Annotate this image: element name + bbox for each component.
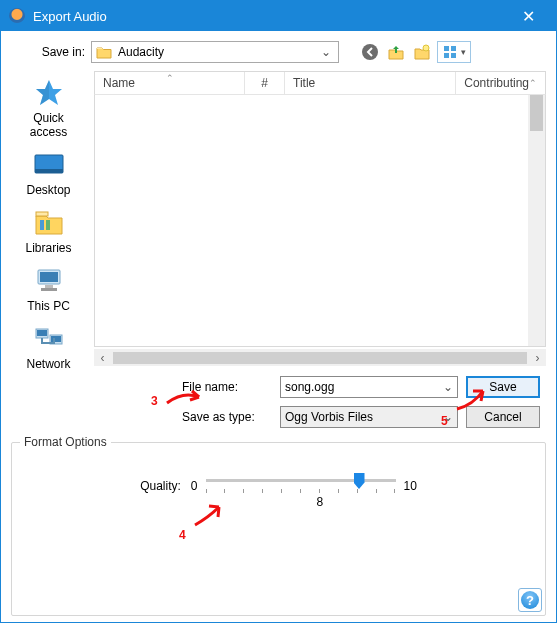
svg-rect-2 — [444, 46, 449, 51]
nav-buttons: ▾ — [359, 41, 471, 63]
window-title: Export Audio — [33, 9, 508, 24]
network-icon — [31, 323, 67, 355]
help-icon: ? — [521, 591, 539, 609]
quality-row: Quality: 0 8 10 — [22, 471, 535, 501]
star-icon — [31, 77, 67, 109]
chevron-down-icon: ⌄ — [443, 410, 453, 424]
save-in-value: Audacity — [118, 45, 164, 59]
svg-rect-5 — [451, 53, 456, 58]
svg-rect-7 — [35, 169, 63, 173]
app-icon — [9, 8, 25, 24]
slider-ticks — [206, 489, 396, 493]
cancel-button[interactable]: Cancel — [466, 406, 540, 428]
up-button[interactable] — [385, 41, 407, 63]
save-in-row: Save in: Audacity ⌄ ▾ — [33, 41, 546, 63]
svg-rect-12 — [40, 272, 58, 282]
scroll-track[interactable] — [113, 352, 527, 364]
place-label: Desktop — [26, 183, 70, 197]
places-bar: Quick access Desktop Libraries This PC N… — [11, 71, 86, 428]
save-as-type-label: Save as type: — [182, 410, 272, 424]
chevron-down-icon: ▾ — [461, 47, 466, 57]
save-button[interactable]: Save — [466, 376, 540, 398]
col-num[interactable]: # — [245, 72, 285, 94]
place-this-pc[interactable]: This PC — [13, 263, 85, 315]
svg-point-0 — [362, 44, 378, 60]
sort-caret-icon: ⌃ — [166, 73, 174, 83]
place-network[interactable]: Network — [13, 321, 85, 373]
help-button[interactable]: ? — [518, 588, 542, 612]
svg-rect-13 — [45, 285, 53, 288]
file-list[interactable] — [95, 95, 528, 346]
save-in-combo[interactable]: Audacity ⌄ — [91, 41, 339, 63]
vertical-scrollbar[interactable] — [528, 95, 545, 346]
place-label: Libraries — [25, 241, 71, 255]
dialog-content: Save in: Audacity ⌄ ▾ Quick access Deskt… — [1, 31, 556, 622]
format-options-legend: Format Options — [20, 435, 111, 449]
scroll-left-icon[interactable]: ‹ — [94, 351, 111, 365]
main-area: Quick access Desktop Libraries This PC N… — [11, 71, 546, 428]
quality-min: 0 — [191, 479, 198, 493]
file-list-area: Name⌃ # Title Contributing⌃ ‹ › File nam… — [94, 71, 546, 428]
svg-rect-9 — [40, 220, 44, 230]
svg-rect-18 — [51, 336, 61, 342]
quality-label: Quality: — [140, 479, 181, 493]
new-folder-button[interactable] — [411, 41, 433, 63]
sort-caret-icon: ⌃ — [529, 78, 537, 88]
place-label: This PC — [27, 299, 70, 313]
file-name-label: File name: — [182, 380, 272, 394]
form-rows: File name: ⌄ Save Save as type: Ogg Vorb… — [182, 376, 540, 428]
this-pc-icon — [31, 265, 67, 297]
list-body-wrap — [94, 95, 546, 347]
svg-rect-3 — [451, 46, 456, 51]
views-button[interactable]: ▾ — [437, 41, 471, 63]
file-name-field-wrap: ⌄ — [280, 376, 458, 398]
place-label: Network — [26, 357, 70, 371]
file-name-input[interactable] — [281, 380, 439, 394]
svg-rect-17 — [37, 330, 47, 336]
libraries-icon — [31, 207, 67, 239]
quality-value: 8 — [317, 495, 324, 509]
desktop-icon — [31, 149, 67, 181]
place-quick-access[interactable]: Quick access — [13, 75, 85, 141]
list-header: Name⌃ # Title Contributing⌃ — [94, 71, 546, 95]
svg-rect-14 — [41, 288, 57, 291]
save-as-type-combo[interactable]: Ogg Vorbis Files ⌄ — [280, 406, 458, 428]
chevron-down-icon[interactable]: ⌄ — [318, 45, 334, 59]
format-options-group: Format Options Quality: 0 8 10 — [11, 442, 546, 616]
folder-icon — [96, 45, 112, 59]
horizontal-scrollbar[interactable]: ‹ › — [94, 349, 546, 366]
place-desktop[interactable]: Desktop — [13, 147, 85, 199]
save-in-label: Save in: — [33, 45, 85, 59]
scroll-right-icon[interactable]: › — [529, 351, 546, 365]
slider-thumb[interactable] — [354, 473, 365, 489]
close-button[interactable]: ✕ — [508, 1, 548, 31]
chevron-down-icon[interactable]: ⌄ — [439, 380, 457, 394]
svg-rect-10 — [46, 220, 50, 230]
slider-rail — [206, 479, 396, 482]
titlebar: Export Audio ✕ — [1, 1, 556, 31]
col-contrib[interactable]: Contributing⌃ — [456, 72, 545, 94]
col-title[interactable]: Title — [285, 72, 456, 94]
save-as-type-value: Ogg Vorbis Files — [285, 410, 373, 424]
back-button[interactable] — [359, 41, 381, 63]
svg-rect-4 — [444, 53, 449, 58]
place-libraries[interactable]: Libraries — [13, 205, 85, 257]
quality-max: 10 — [404, 479, 417, 493]
col-name[interactable]: Name⌃ — [95, 72, 245, 94]
svg-point-1 — [423, 45, 429, 51]
place-label: Quick access — [15, 111, 83, 139]
quality-slider[interactable]: 8 — [206, 471, 396, 501]
svg-rect-8 — [36, 212, 48, 216]
scroll-thumb[interactable] — [530, 95, 543, 131]
